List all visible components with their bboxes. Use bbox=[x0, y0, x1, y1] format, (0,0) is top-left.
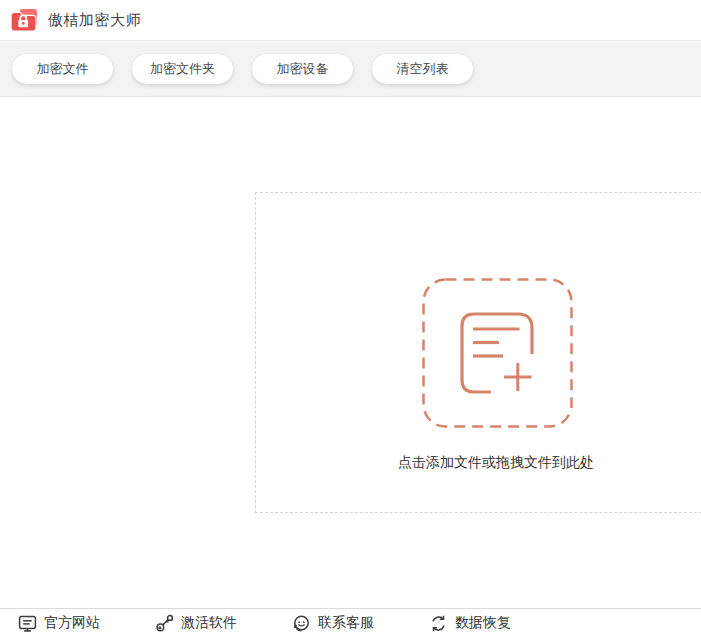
file-dropzone[interactable]: 点击添加文件或拖拽文件到此处 bbox=[255, 192, 701, 513]
dropzone-hint: 点击添加文件或拖拽文件到此处 bbox=[256, 454, 701, 472]
key-icon bbox=[155, 614, 174, 633]
footer-item-official-website[interactable]: 官方网站 bbox=[18, 614, 100, 633]
titlebar: 傲桔加密大师 bbox=[0, 0, 701, 41]
footer-item-data-recovery[interactable]: 数据恢复 bbox=[429, 614, 511, 633]
encrypt-device-button[interactable]: 加密设备 bbox=[252, 54, 353, 84]
customer-service-icon bbox=[292, 614, 311, 633]
app-title: 傲桔加密大师 bbox=[48, 11, 141, 30]
footer-item-label: 联系客服 bbox=[318, 614, 374, 632]
encrypt-file-button[interactable]: 加密文件 bbox=[12, 54, 113, 84]
encrypt-folder-button[interactable]: 加密文件夹 bbox=[132, 54, 233, 84]
footer-item-contact-support[interactable]: 联系客服 bbox=[292, 614, 374, 633]
footer-item-label: 激活软件 bbox=[181, 614, 237, 632]
add-files-box[interactable] bbox=[422, 278, 573, 428]
add-document-icon bbox=[460, 312, 534, 394]
locked-folder-icon bbox=[10, 8, 39, 33]
footer-item-label: 数据恢复 bbox=[455, 614, 511, 632]
monitor-icon bbox=[18, 614, 37, 633]
footer: 官方网站 激活软件 联系客服 bbox=[0, 608, 701, 637]
footer-item-label: 官方网站 bbox=[44, 614, 100, 632]
clear-list-button[interactable]: 清空列表 bbox=[372, 54, 473, 84]
refresh-icon bbox=[429, 614, 448, 633]
footer-item-activate-software[interactable]: 激活软件 bbox=[155, 614, 237, 633]
toolbar: 加密文件 加密文件夹 加密设备 清空列表 bbox=[0, 41, 701, 97]
main-area: 点击添加文件或拖拽文件到此处 bbox=[0, 97, 701, 608]
